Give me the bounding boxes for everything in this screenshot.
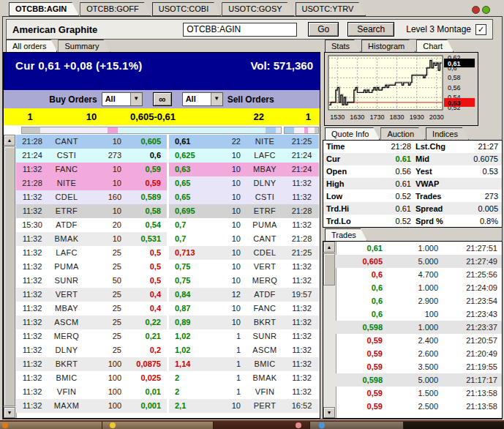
trade-row[interactable]: 0,592.40021:20:57 — [336, 334, 502, 347]
order-book-row[interactable]: 11:32PUMA250,50,7510VERT11:32 — [16, 260, 320, 274]
order-book-row[interactable]: 11:32BMIC1000,02521BMAK11:32 — [16, 371, 320, 385]
order-book-row[interactable]: 11:32MBAY250,40,8710FANC11:32 — [16, 302, 320, 316]
montage-tab-all-orders[interactable]: All orders — [6, 40, 57, 52]
bid-size: 25 — [85, 302, 126, 316]
quote-tab-indices[interactable]: Indices — [426, 127, 469, 140]
analysis-tab-histogram[interactable]: Histogram — [361, 40, 415, 52]
taskbar-button[interactable] — [102, 422, 214, 429]
order-book-row[interactable]: 15:30ATDF200,540,710PUMA11:32 — [16, 218, 320, 232]
bid-size: 100 — [85, 399, 126, 413]
bid-price: 0,605 — [126, 135, 167, 149]
workspace-tab-usotc-gosy[interactable]: USOTC:GOSY — [222, 2, 294, 16]
symbol-input[interactable] — [183, 23, 297, 37]
scrollbar-thumb[interactable] — [4, 146, 15, 406]
chevron-down-icon[interactable]: ▼ — [211, 93, 222, 105]
workspace-tab-usotc-cobi[interactable]: USOTC:COBI — [152, 2, 221, 16]
scroll-down-icon[interactable]: ▼ — [323, 407, 335, 418]
trade-row[interactable]: 0,5985.00021:17:17 — [336, 373, 502, 387]
ask-price: 1,02 — [169, 343, 213, 357]
taskbar-button[interactable] — [310, 422, 404, 429]
ask-price: 0,65 — [169, 176, 213, 190]
trade-size: 5.000 — [383, 373, 438, 387]
bid-mm-count: 1 — [4, 111, 56, 122]
order-book-row[interactable]: 11:32ASCM250,220,8910BKRT11:32 — [16, 316, 320, 329]
trade-row[interactable]: 0,64.70021:25:56 — [336, 268, 502, 281]
order-book-row[interactable]: 21:24CSTI2730,60,62510LAFC21:24 — [16, 149, 320, 163]
order-book-row[interactable]: 11:32DLNY250,21,021ASCM11:32 — [16, 343, 320, 357]
taskbar-button[interactable] — [0, 422, 102, 429]
scroll-up-icon[interactable]: ▲ — [4, 135, 15, 146]
trade-row[interactable]: 0,61.00021:24:09 — [336, 281, 502, 294]
order-book-row[interactable]: 11:32ETRF100,580,69510ETRF21:28 — [16, 204, 320, 218]
trade-row[interactable]: 0,611.00021:27:51 — [336, 242, 502, 255]
order-book-row[interactable]: 11:32MERQ250,211,021SUNR11:32 — [16, 329, 320, 343]
trade-price: 0,6 — [336, 294, 383, 307]
order-book-rows: 21:28CANT100,6050,6122NITE21:2521:24CSTI… — [16, 135, 320, 418]
trade-size: 1.000 — [383, 281, 438, 294]
go-button[interactable]: Go — [308, 22, 339, 37]
panel-tab-trades[interactable]: Trades — [325, 228, 367, 241]
trade-row[interactable]: 0,591.50021:13:58 — [336, 387, 502, 400]
order-book-row[interactable]: 21:28CANT100,6050,6122NITE21:25 — [16, 135, 320, 149]
scrollbar-thumb[interactable] — [323, 253, 335, 286]
trade-price: 0,59 — [336, 400, 383, 413]
scroll-down-icon[interactable]: ▼ — [4, 407, 15, 418]
order-book-row[interactable]: 11:32BMAK100,5310,710CANT21:28 — [16, 232, 320, 246]
search-button[interactable]: Search — [347, 22, 394, 37]
quote-tab-auction[interactable]: Auction — [380, 127, 425, 140]
ask-time: 21:24 — [285, 149, 319, 163]
analysis-tab-chart[interactable]: Chart — [416, 40, 454, 52]
disconnect-status-icon[interactable] — [472, 6, 480, 14]
montage-tab-summary[interactable]: Summary — [58, 40, 110, 52]
bid-time: 21:24 — [16, 149, 48, 163]
trade-row[interactable]: 0,592.60021:20:49 — [336, 347, 502, 360]
link-filters-button[interactable]: ∞ — [153, 92, 172, 106]
order-book-row[interactable]: 11:32LAFC250,50,71310CDEL21:25 — [16, 246, 320, 260]
trade-row[interactable]: 0,6055.00021:27:49 — [336, 255, 502, 268]
trade-row[interactable]: 0,592.50021:13:58 — [336, 400, 502, 413]
trade-row[interactable]: 0,5981.00021:23:37 — [336, 321, 502, 334]
connect-status-icon[interactable] — [482, 6, 490, 14]
quote-value: 0.53 — [462, 167, 502, 176]
analysis-tab-stats[interactable]: Stats — [325, 40, 361, 52]
order-book-row[interactable]: 11:32MAXM1000,0012,110PERT16:52 — [16, 399, 320, 413]
bid-price: 0,01 — [126, 385, 167, 399]
order-book-scrollbar[interactable]: ▲ ▼ — [4, 135, 17, 418]
os-taskbar[interactable] — [0, 420, 504, 429]
bid-price: 0,5 — [126, 260, 167, 274]
order-book-row[interactable]: 11:32FANC100,590,6310MBAY21:24 — [16, 163, 320, 176]
quote-tab-quote-info[interactable]: Quote Info — [325, 127, 380, 140]
buy-orders-select[interactable]: All ▼ — [102, 92, 143, 106]
order-book-row[interactable]: 11:32VFIN1000,0121VFIN11:32 — [16, 385, 320, 399]
bid-mm: MBAY — [48, 302, 85, 316]
ask-price: 2,1 — [169, 399, 213, 413]
bid-mm: ETRF — [48, 204, 85, 218]
bid-size: 10 — [85, 204, 126, 218]
workspace-tab-otcbb-goff[interactable]: OTCBB:GOFF — [80, 2, 151, 16]
order-book-row[interactable]: 11:32BKRT1000,08751,141BMIC11:32 — [16, 357, 320, 371]
order-book-row[interactable]: 11:32CDEL1600,5890,6510CSTI11:32 — [16, 190, 320, 204]
scroll-up-icon[interactable]: ▲ — [323, 242, 335, 253]
quote-value: 0.005 — [462, 204, 502, 213]
bid-mm: CSTI — [48, 149, 85, 163]
workspace-tab-usotc-ytrv[interactable]: USOTC:YTRV — [296, 2, 366, 16]
taskbar-button[interactable] — [214, 422, 310, 429]
trade-row[interactable]: 0,593.50021:19:55 — [336, 360, 502, 373]
taskbar-button[interactable] — [404, 422, 504, 429]
ask-time: 21:25 — [285, 135, 319, 149]
trades-scrollbar[interactable]: ▲ ▼ — [323, 242, 336, 418]
order-book-row[interactable]: 11:32VERT250,40,8412ATDF19:57 — [16, 288, 320, 302]
workspace-tab-otcbb-agin[interactable]: OTCBB:AGIN — [9, 2, 79, 16]
taskbar-app-icon — [319, 422, 325, 428]
ask-price: 1,14 — [169, 357, 213, 371]
order-book-row[interactable]: 21:28NITE100,590,6510DLNY11:32 — [16, 176, 320, 190]
order-book-row[interactable]: 11:32SUNR500,50,7510MERQ11:32 — [16, 274, 320, 288]
buy-depth-bar — [21, 127, 282, 134]
level3-montage-checkbox[interactable]: ✓ — [475, 24, 486, 35]
trade-row[interactable]: 0,62.90021:23:54 — [336, 294, 502, 307]
intraday-chart-panel[interactable]: 1530163017301830193020300,620,60,580,560… — [324, 52, 478, 126]
sell-orders-select[interactable]: All ▼ — [182, 92, 223, 106]
trade-time: 21:23:54 — [438, 294, 502, 307]
trade-row[interactable]: 0,610021:23:43 — [336, 307, 502, 321]
chevron-down-icon[interactable]: ▼ — [130, 93, 142, 105]
